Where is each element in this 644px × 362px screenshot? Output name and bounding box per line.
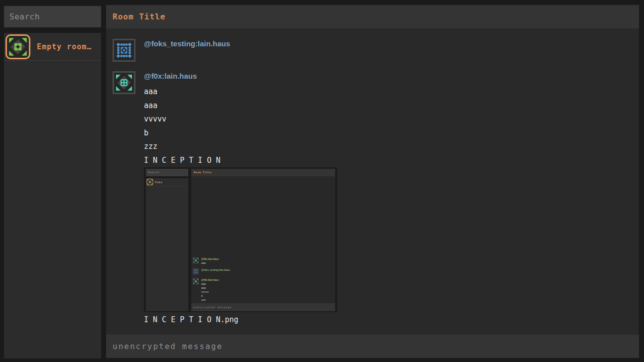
message-body: @foks_testing:lain.haus: [144, 39, 230, 62]
mini-room-list: Foks: [146, 178, 188, 311]
mini-message-group: @f0x:lain.haus aaa: [193, 257, 230, 265]
mini-message-group: @f0x:lain.haus aaa aaa vvvvv b zzz: [193, 278, 230, 302]
message-timeline[interactable]: @foks_testing:lain.haus @f0x:lain.haus a…: [106, 28, 639, 335]
image-attachment[interactable]: Search: [144, 167, 337, 312]
mini-message-body: @f0x:lain.haus aaa: [201, 257, 219, 265]
mini-message-line: aaa: [201, 286, 219, 290]
attachment-filename[interactable]: I N C E P T I O N.png: [144, 314, 337, 325]
mini-message-line: b: [201, 294, 219, 298]
message-group: @f0x:lain.haus aaa aaa vvvvv b zzz I N C…: [113, 71, 639, 325]
message-line: aaa: [144, 99, 337, 113]
mini-room-title: Room Title: [191, 169, 335, 176]
pixel-window-teal-icon: [193, 279, 198, 284]
message-line: aaa: [144, 85, 337, 99]
mini-message-line: aaa: [201, 261, 219, 265]
mini-message-sender: @f0x:lain.haus: [201, 278, 219, 282]
room-header: Room Title: [106, 5, 639, 28]
mini-message-line: vvvvv: [201, 290, 219, 294]
pixel-dots-blue-icon: [115, 41, 133, 59]
mini-user-avatar-f0x: [193, 257, 199, 263]
message-body: @f0x:lain.haus aaa aaa vvvvv b zzz I N C…: [144, 71, 337, 325]
search-input[interactable]: [4, 6, 101, 27]
mini-room-name: Foks: [155, 180, 162, 184]
pixel-star-green-icon: [147, 179, 153, 185]
mini-message-sender: @f0x:lain.haus: [201, 257, 219, 261]
mini-search-input: Search: [146, 169, 188, 176]
mini-message-body: @f0x:lain.haus aaa aaa vvvvv b zzz: [201, 278, 219, 302]
embedded-screenshot: Search: [144, 167, 337, 312]
mini-message-line: aaa: [201, 282, 219, 286]
user-avatar-f0x: [113, 71, 135, 94]
mini-room-list-item: Foks: [146, 178, 188, 186]
message-line: I N C E P T I O N: [144, 154, 337, 168]
message-line: vvvvv: [144, 113, 337, 126]
mini-message-line: zzz: [201, 298, 219, 302]
pixel-star-green-icon: [8, 37, 28, 57]
user-avatar-foks-testing: [113, 39, 135, 62]
mini-messages: @f0x:lain.haus aaa: [193, 257, 230, 302]
message-sender: @foks_testing:lain.haus: [144, 39, 230, 49]
room-avatar: [5, 34, 30, 59]
message-sender: @f0x:lain.haus: [144, 71, 337, 81]
mini-user-avatar-f0x: [193, 278, 199, 284]
mini-message-group: @foks_testing:lain.haus: [193, 268, 230, 274]
mini-user-avatar-foks-testing: [193, 268, 199, 274]
mini-room-avatar: [147, 179, 153, 185]
room-name: Empty room…: [37, 42, 92, 51]
pixel-window-teal-icon: [115, 74, 133, 92]
message-line: b: [144, 126, 337, 140]
message-composer-input[interactable]: [106, 335, 639, 358]
message-group: @foks_testing:lain.haus: [113, 39, 639, 62]
room-list-item[interactable]: Empty room…: [4, 33, 101, 61]
mini-message-sender: @foks_testing:lain.haus: [201, 268, 230, 272]
pixel-dots-blue-icon: [193, 269, 198, 274]
mini-composer-input: unencrypted message: [191, 303, 335, 311]
pixel-window-teal-icon: [193, 258, 198, 263]
room-title: Room Title: [113, 12, 165, 21]
message-line: zzz: [144, 140, 337, 154]
room-list: Empty room…: [4, 33, 101, 359]
mini-message-body: @foks_testing:lain.haus: [201, 268, 230, 274]
